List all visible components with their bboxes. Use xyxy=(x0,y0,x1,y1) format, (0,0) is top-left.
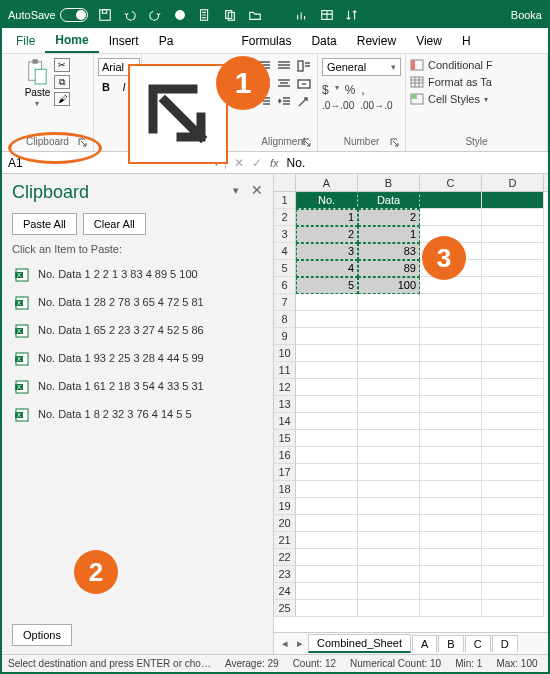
sheet-tab[interactable]: B xyxy=(438,635,463,652)
clipboard-item[interactable]: XNo. Data 1 93 2 25 3 28 4 44 5 99 xyxy=(12,345,263,373)
cell[interactable] xyxy=(420,464,482,481)
cell[interactable] xyxy=(482,447,544,464)
row-header[interactable]: 8 xyxy=(274,311,296,328)
cell[interactable] xyxy=(420,362,482,379)
cell[interactable] xyxy=(296,294,358,311)
cell[interactable] xyxy=(482,192,544,209)
enter-icon[interactable]: ✓ xyxy=(252,156,262,170)
decrease-decimal-icon[interactable]: .00→.0 xyxy=(360,100,392,111)
redo-icon[interactable] xyxy=(148,8,163,23)
cell[interactable]: 100 xyxy=(358,277,420,294)
orientation-icon[interactable] xyxy=(295,94,313,110)
cell[interactable] xyxy=(296,481,358,498)
cell[interactable] xyxy=(296,549,358,566)
clipboard-item[interactable]: XNo. Data 1 28 2 78 3 65 4 72 5 81 xyxy=(12,289,263,317)
tab-home[interactable]: Home xyxy=(45,29,98,53)
cell[interactable] xyxy=(420,192,482,209)
cell[interactable] xyxy=(296,430,358,447)
sheet-nav-next-icon[interactable]: ▸ xyxy=(293,637,307,650)
tab-review[interactable]: Review xyxy=(347,30,406,52)
row-header[interactable]: 18 xyxy=(274,481,296,498)
cell[interactable] xyxy=(420,549,482,566)
align-middle-icon[interactable] xyxy=(275,58,293,74)
cell[interactable]: 2 xyxy=(296,226,358,243)
clear-all-button[interactable]: Clear All xyxy=(83,213,146,235)
cell[interactable] xyxy=(420,515,482,532)
alignment-launcher-icon[interactable] xyxy=(302,138,312,148)
tab-file[interactable]: File xyxy=(6,30,45,52)
cell[interactable] xyxy=(420,277,482,294)
tab-data[interactable]: Data xyxy=(301,30,346,52)
clipboard-item[interactable]: XNo. Data 1 61 2 18 3 54 4 33 5 31 xyxy=(12,373,263,401)
close-pane-icon[interactable]: ✕ xyxy=(251,182,263,198)
save-icon[interactable] xyxy=(98,8,113,23)
cell[interactable] xyxy=(358,464,420,481)
cell[interactable] xyxy=(296,447,358,464)
cell[interactable] xyxy=(296,396,358,413)
cell[interactable] xyxy=(420,532,482,549)
cell[interactable] xyxy=(482,532,544,549)
format-as-table-button[interactable]: Format as Ta xyxy=(410,76,492,88)
cell[interactable]: 1 xyxy=(296,209,358,226)
row-header[interactable]: 5 xyxy=(274,260,296,277)
cell[interactable] xyxy=(482,413,544,430)
paste-button[interactable]: Paste ▾ xyxy=(25,58,51,108)
cell[interactable] xyxy=(420,447,482,464)
format-painter-icon[interactable]: 🖌 xyxy=(54,92,70,106)
tab-page-layout[interactable]: Pa xyxy=(149,30,184,52)
cell[interactable] xyxy=(482,498,544,515)
cell[interactable] xyxy=(482,549,544,566)
undo-icon[interactable] xyxy=(123,8,138,23)
cell[interactable] xyxy=(420,396,482,413)
cell[interactable] xyxy=(482,260,544,277)
row-header[interactable]: 24 xyxy=(274,583,296,600)
fx-icon[interactable]: fx xyxy=(270,157,279,169)
cell[interactable] xyxy=(420,328,482,345)
clipboard-item[interactable]: XNo. Data 1 8 2 32 3 76 4 14 5 5 xyxy=(12,401,263,429)
cell[interactable] xyxy=(420,311,482,328)
clipboard-launcher-icon[interactable] xyxy=(78,138,88,148)
cell[interactable] xyxy=(482,328,544,345)
conditional-formatting-button[interactable]: Conditional F xyxy=(410,59,493,71)
cell[interactable] xyxy=(482,396,544,413)
cell[interactable]: 2 xyxy=(358,209,420,226)
row-header[interactable]: 15 xyxy=(274,430,296,447)
tab-insert[interactable]: Insert xyxy=(99,30,149,52)
cell[interactable] xyxy=(296,566,358,583)
cell[interactable]: 1 xyxy=(358,226,420,243)
cell[interactable] xyxy=(482,311,544,328)
clipboard-item[interactable]: XNo. Data 1 2 2 1 3 83 4 89 5 100 xyxy=(12,261,263,289)
cut-icon[interactable]: ✂ xyxy=(54,58,70,72)
row-header[interactable]: 23 xyxy=(274,566,296,583)
cell[interactable] xyxy=(296,345,358,362)
cell[interactable] xyxy=(358,362,420,379)
cell[interactable] xyxy=(482,379,544,396)
circle-icon[interactable] xyxy=(173,8,188,23)
sheet-nav-prev-icon[interactable]: ◂ xyxy=(278,637,292,650)
comma-button[interactable]: , xyxy=(361,83,364,97)
cell[interactable] xyxy=(296,464,358,481)
increase-indent-icon[interactable] xyxy=(275,94,293,110)
cell[interactable] xyxy=(482,464,544,481)
sheet-tab-active[interactable]: Combined_Sheet xyxy=(308,634,411,653)
row-header[interactable]: 6 xyxy=(274,277,296,294)
cell[interactable] xyxy=(482,430,544,447)
increase-decimal-icon[interactable]: .0→.00 xyxy=(322,100,354,111)
cell[interactable] xyxy=(358,345,420,362)
cell[interactable] xyxy=(296,379,358,396)
cell[interactable] xyxy=(420,481,482,498)
cell[interactable] xyxy=(358,481,420,498)
col-header[interactable]: C xyxy=(420,174,482,191)
cell[interactable] xyxy=(358,328,420,345)
pin-icon[interactable]: ▾ xyxy=(233,184,239,197)
cell[interactable] xyxy=(420,379,482,396)
row-header[interactable]: 7 xyxy=(274,294,296,311)
options-button[interactable]: Options xyxy=(12,624,72,646)
row-header[interactable]: 4 xyxy=(274,243,296,260)
cell[interactable]: No. xyxy=(296,192,358,209)
col-header[interactable]: B xyxy=(358,174,420,191)
cell[interactable] xyxy=(358,396,420,413)
row-header[interactable]: 9 xyxy=(274,328,296,345)
cell[interactable] xyxy=(358,566,420,583)
cell[interactable] xyxy=(296,532,358,549)
